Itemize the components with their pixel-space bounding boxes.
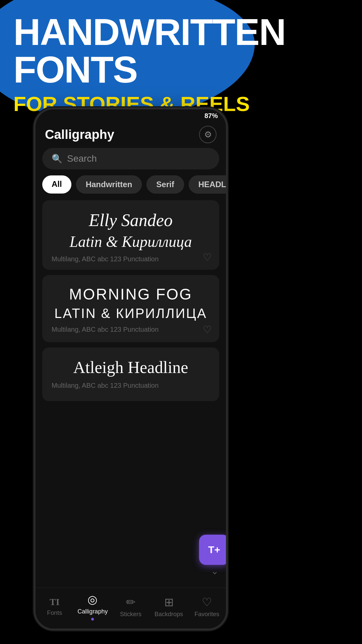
- hero-section: HANDWRITTENFONTS FOR STORIES & REELS: [13, 13, 286, 116]
- favorites-nav-icon: ♡: [202, 595, 212, 609]
- nav-item-fonts[interactable]: TI Fonts: [36, 597, 74, 616]
- font-meta-1: Multilang, ABC abc 123 Punctuation: [52, 255, 210, 263]
- bottom-nav: TI Fonts ◎ Calligraphy ✏ Stickers ⊞ Back…: [36, 588, 226, 629]
- filter-chip-all[interactable]: All: [42, 175, 71, 194]
- font-display-name-3: Atleigh Headline: [73, 358, 188, 377]
- favorite-button-2[interactable]: ♡: [203, 324, 212, 335]
- hero-title: HANDWRITTENFONTS: [13, 13, 286, 89]
- font-meta-3: Multilang, ABC abc 123 Punctuation: [52, 382, 210, 389]
- favorite-button-1[interactable]: ♡: [203, 251, 212, 263]
- font-card-2[interactable]: MORNING FOG LATIN & КИРИЛЛИЦА Multilang,…: [42, 275, 219, 342]
- font-card-3-content: Atleigh Headline: [52, 358, 210, 377]
- font-card-1-content: Elly Sandeo Latin & Кириллица: [52, 210, 210, 251]
- nav-item-backdrops[interactable]: ⊞ Backdrops: [150, 595, 188, 618]
- app-title: Calligraphy: [45, 127, 114, 142]
- font-card-2-content: MORNING FOG LATIN & КИРИЛЛИЦА: [52, 285, 210, 321]
- stickers-nav-icon: ✏: [126, 595, 135, 609]
- backdrops-nav-label: Backdrops: [155, 611, 183, 618]
- filter-row: All Handwritten Serif HEADLINE: [36, 175, 226, 200]
- chevron-down-icon[interactable]: ⌄: [211, 566, 219, 577]
- stickers-nav-label: Stickers: [120, 611, 141, 618]
- calligraphy-active-dot: [91, 618, 94, 621]
- phone-mockup: 87% Calligraphy ⚙ 🔍 Search All Handwritt…: [34, 107, 228, 631]
- calligraphy-nav-icon: ◎: [87, 593, 98, 606]
- font-meta-2: Multilang, ABC abc 123 Punctuation: [52, 326, 210, 333]
- settings-button[interactable]: ⚙: [199, 126, 217, 143]
- font-display-cyrillic-2: LATIN & КИРИЛЛИЦА: [54, 306, 207, 321]
- fonts-nav-label: Fonts: [47, 609, 62, 616]
- font-card-1[interactable]: Elly Sandeo Latin & Кириллица Multilang,…: [42, 200, 219, 270]
- status-bar: 87%: [36, 109, 226, 120]
- search-icon: 🔍: [52, 154, 62, 164]
- nav-item-favorites[interactable]: ♡ Favorites: [188, 595, 226, 618]
- fonts-nav-icon: TI: [50, 597, 60, 607]
- filter-chip-handwritten[interactable]: Handwritten: [76, 175, 142, 194]
- filter-chip-serif[interactable]: Serif: [146, 175, 184, 194]
- app-header: Calligraphy ⚙: [36, 120, 226, 148]
- font-display-cyrillic-1: Latin & Кириллица: [69, 233, 192, 251]
- backdrops-nav-icon: ⊞: [164, 595, 174, 609]
- font-card-3[interactable]: Atleigh Headline Multilang, ABC abc 123 …: [42, 347, 219, 401]
- font-display-name-2: MORNING FOG: [69, 285, 192, 303]
- nav-item-calligraphy[interactable]: ◎ Calligraphy: [74, 593, 112, 621]
- nav-item-stickers[interactable]: ✏ Stickers: [112, 595, 150, 618]
- filter-chip-headline[interactable]: HEADLINE: [189, 175, 226, 194]
- search-placeholder: Search: [67, 153, 97, 164]
- calligraphy-nav-label: Calligraphy: [77, 608, 108, 615]
- search-bar[interactable]: 🔍 Search: [42, 148, 219, 169]
- battery-indicator: 87%: [204, 112, 218, 120]
- tplus-button[interactable]: T+: [199, 535, 226, 565]
- favorites-nav-label: Favorites: [194, 611, 219, 618]
- font-display-name-1: Elly Sandeo: [89, 210, 173, 230]
